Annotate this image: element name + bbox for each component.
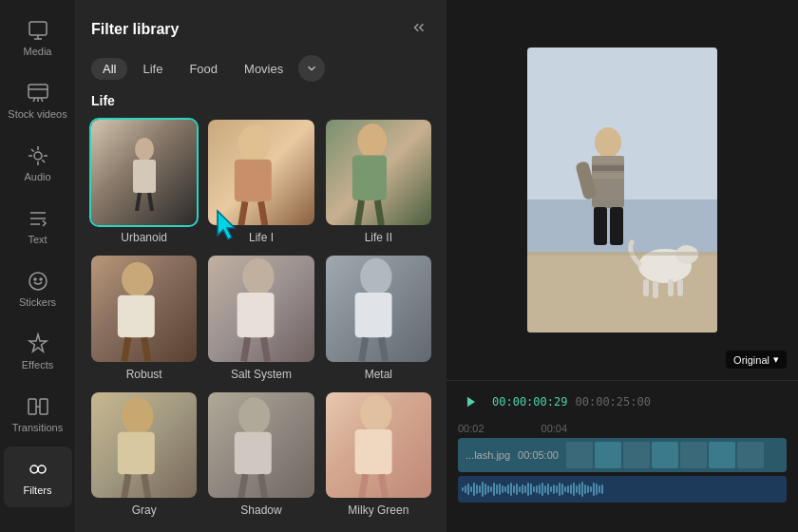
category-more-button[interactable] [298,55,325,82]
stock-videos-icon [27,82,49,104]
svg-point-9 [38,466,46,473]
cat-tab-food[interactable]: Food [178,58,229,80]
current-time: 00:00:00:29 [492,395,567,408]
sidebar-item-filters[interactable]: Filters [4,446,72,507]
audio-bar [530,484,532,495]
sidebar-item-audio[interactable]: Audio [4,133,72,194]
audio-bar [493,483,495,496]
svg-rect-7 [40,399,48,414]
audio-track[interactable]: // Generate audio bars inline document.a… [458,476,787,503]
section-life-title: Life [91,93,431,108]
svg-line-32 [361,338,365,362]
cat-tab-life[interactable]: Life [131,58,174,80]
ruler-marker-1: 00:04 [542,423,568,434]
cat-tab-all[interactable]: All [91,58,127,80]
svg-marker-66 [467,397,475,408]
cat-tab-movies[interactable]: Movies [233,58,294,80]
audio-bar [502,485,504,493]
filter-item-gray[interactable]: Gray [91,392,197,517]
audio-bar [547,484,549,495]
svg-line-21 [377,200,381,225]
audio-bar [462,487,464,491]
sidebar: Media Stock videos Audio Text Stickers [0,0,76,532]
audio-bar [527,483,529,496]
effects-icon [27,332,49,355]
audio-bar [576,485,578,493]
audio-bar [496,484,498,494]
audio-bar [487,485,489,493]
stickers-icon [27,270,49,293]
svg-rect-35 [118,431,155,474]
filter-item-robust[interactable]: Robust [91,256,197,380]
collapse-button[interactable] [407,15,431,44]
filter-item-salt-system[interactable]: Salt System [208,256,314,380]
dropdown-icon: ▾ [773,353,779,366]
filter-thumb-metal [326,256,431,361]
track-thumb-6 [709,442,735,468]
filter-thumb-milky-green [326,392,431,498]
svg-rect-15 [235,160,272,202]
track-filename: ...lash.jpg [466,449,510,461]
transitions-icon [27,395,49,418]
filters-icon [27,458,49,481]
svg-point-42 [360,394,391,431]
media-icon [27,19,49,42]
audio-bar [573,483,575,496]
filter-thumb-robust [91,256,197,361]
filter-item-life2[interactable]: Life II [326,120,431,244]
svg-point-14 [238,125,270,162]
filter-item-metal[interactable]: Metal [326,256,431,380]
timeline-video-track[interactable]: ...lash.jpg 00:05:00 [458,438,787,472]
audio-bar [567,485,569,493]
track-thumb-5 [680,442,707,468]
ruler-marker-0: 00:02 [458,423,484,434]
sidebar-item-text-label: Text [28,234,47,245]
svg-point-5 [40,278,42,280]
svg-rect-61 [643,279,649,296]
track-thumb-1 [566,442,593,468]
svg-line-41 [261,474,265,498]
svg-rect-55 [594,207,607,245]
play-button[interactable] [458,389,484,415]
filter-panel-header: Filter library [76,0,446,55]
audio-bar [598,485,600,493]
sidebar-item-stock-videos[interactable]: Stock videos [4,70,72,131]
audio-bar [470,486,472,492]
svg-line-25 [144,338,148,362]
sidebar-item-stickers[interactable]: Stickers [4,258,72,319]
filter-item-shadow[interactable]: Shadow [208,392,314,517]
filter-item-life1[interactable]: Life I [208,120,314,244]
svg-rect-52 [592,156,624,163]
svg-point-38 [238,397,270,434]
audio-bar [476,484,478,494]
audio-bar [593,483,595,496]
svg-line-44 [361,474,365,498]
svg-line-13 [149,193,152,211]
audio-bar [522,484,523,494]
audio-bar [482,482,484,497]
svg-rect-19 [352,156,386,200]
filter-label-metal: Metal [365,368,392,381]
sidebar-item-effects[interactable]: Effects [4,321,72,382]
filter-item-milky-green[interactable]: Milky Green [326,392,431,517]
svg-point-3 [29,273,47,290]
track-thumb-3 [623,442,650,468]
original-badge[interactable]: Original ▾ [726,351,787,369]
audio-bar [519,486,521,492]
svg-point-18 [357,124,387,158]
filter-label-robust: Robust [126,368,162,381]
audio-bar [570,484,572,494]
sidebar-item-media[interactable]: Media [4,8,72,68]
sidebar-item-filters-label: Filters [24,484,52,496]
sidebar-item-text[interactable]: Text [4,196,72,256]
sidebar-item-transitions[interactable]: Transitions [4,384,72,445]
track-thumb-2 [595,442,621,468]
filter-item-urbanoid[interactable]: Urbanoid [91,120,197,244]
svg-line-16 [241,201,245,225]
svg-rect-51 [592,156,624,208]
svg-point-4 [34,278,36,280]
track-thumb-4 [652,442,678,468]
audio-bar [467,484,469,495]
audio-bar [584,484,586,494]
audio-bar [499,484,501,495]
